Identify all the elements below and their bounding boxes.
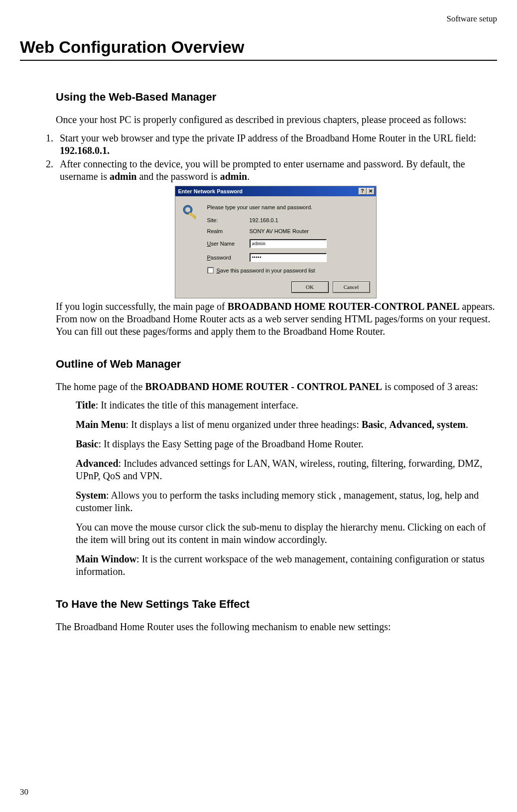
- page-number: 30: [20, 787, 28, 797]
- dialog-title: Enter Network Password: [178, 188, 243, 194]
- section-heading-2: Outline of Web Manager: [56, 358, 495, 371]
- close-button[interactable]: ✕: [367, 188, 375, 195]
- step-1-text: Start your web browser and type the priv…: [60, 133, 476, 143]
- ok-button[interactable]: OK: [291, 281, 329, 293]
- post-login-paragraph: If you login successfully, the main page…: [56, 300, 495, 338]
- dialog-prompt: Please type your user name and password.: [207, 204, 369, 210]
- def-title: Title: It indicates the title of this ma…: [76, 399, 495, 411]
- step-2-e: .: [247, 171, 250, 182]
- def-advanced: Advanced: Includes advanced settings for…: [76, 457, 495, 482]
- definitions: Title: It indicates the title of this ma…: [56, 399, 495, 578]
- step-2-c: and the password is: [136, 171, 220, 182]
- step-2-pass: admin: [220, 171, 247, 182]
- step-1: Start your web browser and type the priv…: [56, 132, 495, 157]
- def-main-window: Main Window: It is the current workspace…: [76, 553, 495, 578]
- steps-list: Start your web browser and type the priv…: [37, 132, 495, 183]
- def-main-menu: Main Menu: It displays a list of menu or…: [76, 418, 495, 431]
- svg-rect-3: [194, 216, 196, 219]
- section-heading-3: To Have the New Settings Take Effect: [56, 598, 495, 611]
- realm-label: Realm: [207, 228, 250, 234]
- svg-point-1: [185, 207, 190, 212]
- outline-intro: The home page of the BROADBAND HOME ROUT…: [56, 381, 495, 393]
- site-value: 192.168.0.1: [250, 217, 369, 223]
- step-2: After connecting to the device, you will…: [56, 158, 495, 183]
- def-basic: Basic: It displays the Easy Setting page…: [76, 438, 495, 450]
- header-chapter: Software setup: [20, 14, 497, 24]
- cancel-button[interactable]: Cancel: [333, 281, 370, 293]
- settings-intro: The Broadband Home Router uses the follo…: [56, 621, 495, 633]
- site-label: Site:: [207, 217, 250, 223]
- help-button[interactable]: ?: [359, 188, 367, 195]
- step-1-ip: 192.168.0.1.: [60, 145, 110, 156]
- def-navigation: You can move the mouse cursor click the …: [76, 521, 495, 546]
- key-icon: [182, 204, 198, 220]
- realm-value: SONY AV HOME Router: [250, 228, 369, 234]
- password-dialog: Enter Network Password ? ✕ Please typ: [175, 186, 377, 298]
- save-password-label: Save this password in your password list: [217, 268, 315, 273]
- dialog-titlebar: Enter Network Password ? ✕: [175, 186, 376, 196]
- save-password-checkbox[interactable]: [207, 267, 214, 273]
- password-label: Password: [207, 255, 250, 261]
- section-heading-1: Using the Web-Based Manager: [56, 91, 495, 104]
- username-label: User Name: [207, 241, 250, 247]
- def-system: System: Allows you to perform the tasks …: [76, 489, 495, 514]
- intro-paragraph: Once your host PC is properly configured…: [56, 114, 495, 126]
- page-title: Web Configuration Overview: [20, 38, 497, 61]
- username-input[interactable]: admin: [250, 239, 327, 248]
- password-input[interactable]: •••••: [250, 253, 327, 262]
- step-2-user: admin: [110, 171, 136, 182]
